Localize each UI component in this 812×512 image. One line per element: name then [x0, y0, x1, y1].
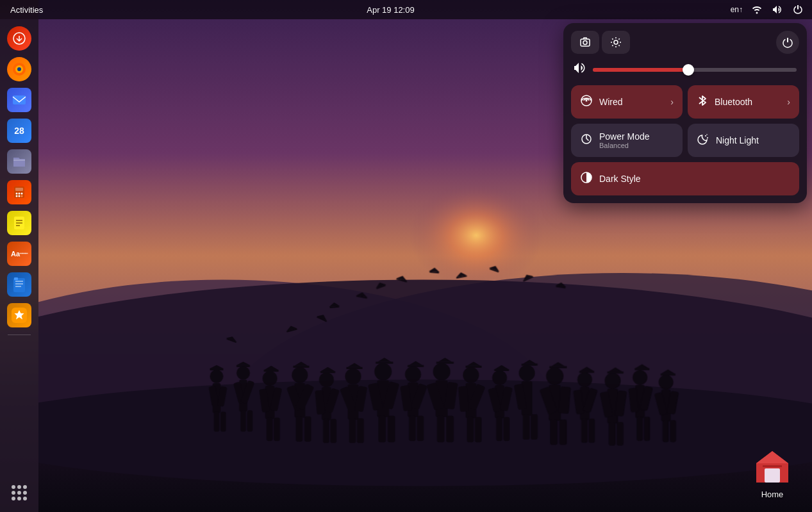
dark-style-row: Dark Style: [571, 162, 799, 195]
svg-point-199: [706, 134, 708, 135]
bluetooth-label: Bluetooth: [715, 97, 781, 107]
night-light-icon: [697, 133, 709, 149]
svg-point-193: [614, 40, 618, 44]
power-mode-icon: [580, 133, 593, 149]
grid-dots-icon: [8, 481, 31, 504]
dark-style-label: Dark Style: [599, 174, 790, 184]
power-mode-tile[interactable]: Power Mode Balanced: [571, 124, 683, 157]
svg-rect-172: [13, 95, 26, 104]
topbar-clock: Apr 19 12:09: [53, 5, 727, 15]
calendar-icon: 28: [7, 119, 31, 143]
calculator-icon: [7, 180, 31, 204]
activities-button[interactable]: Activities: [0, 5, 53, 15]
svg-point-175: [16, 193, 18, 195]
svg-rect-189: [14, 277, 18, 280]
svg-point-171: [17, 67, 21, 71]
firefox-icon: [7, 57, 31, 81]
writer-icon: [7, 272, 31, 297]
topbar-status-area: en↑: [728, 2, 812, 17]
svg-point-195: [586, 99, 588, 101]
dock-item-installer[interactable]: [5, 24, 33, 53]
wired-icon: [580, 94, 593, 110]
power-mode-label: Power Mode: [599, 131, 674, 142]
installer-icon: [7, 26, 31, 51]
svg-point-198: [707, 137, 708, 138]
wired-tile[interactable]: Wired ›: [571, 85, 683, 119]
quick-settings-panel: Wired › Bluetooth ›: [563, 23, 807, 203]
dock-item-notes[interactable]: [5, 209, 33, 237]
svg-rect-201: [765, 468, 780, 483]
svg-point-178: [16, 195, 18, 197]
dock-item-appstore[interactable]: [5, 301, 33, 329]
dock-item-files[interactable]: [5, 147, 33, 176]
svg-rect-191: [581, 39, 590, 46]
bluetooth-chevron-icon: ›: [787, 97, 790, 107]
night-light-tile[interactable]: Night Light: [688, 124, 799, 157]
dock-item-writer[interactable]: [5, 270, 33, 299]
network-indicator-icon[interactable]: [748, 2, 766, 17]
language-indicator[interactable]: en↑: [728, 5, 745, 14]
dark-style-tile-text: Dark Style: [599, 174, 790, 184]
qs-top-buttons: [571, 31, 630, 54]
mail-icon: [7, 88, 31, 112]
svg-point-180: [21, 195, 23, 197]
svg-point-176: [19, 193, 21, 195]
topbar: Activities Apr 19 12:09 en↑: [0, 0, 812, 19]
application-dock: 28: [0, 19, 38, 512]
qs-top-row: [571, 31, 799, 54]
volume-slider-thumb[interactable]: [683, 64, 694, 76]
dark-style-tile[interactable]: Dark Style: [571, 162, 799, 195]
wired-chevron-icon: ›: [670, 97, 674, 107]
night-light-tile-text: Night Light: [716, 135, 790, 145]
settings-button[interactable]: [602, 31, 630, 54]
appstore-icon: [7, 303, 31, 327]
bluetooth-icon: [697, 94, 708, 110]
dictionary-icon: Aa ━━━: [7, 242, 31, 266]
svg-point-197: [705, 135, 706, 136]
power-mode-sublabel: Balanced: [599, 142, 674, 149]
volume-indicator-icon[interactable]: [768, 2, 786, 17]
volume-icon: [574, 62, 586, 78]
date-time-display: Apr 19 12:09: [367, 5, 414, 15]
volume-row: [571, 62, 799, 78]
dock-separator: [8, 334, 31, 335]
power-button[interactable]: [776, 31, 799, 54]
volume-slider-fill: [593, 68, 688, 72]
dock-item-calculator[interactable]: [5, 178, 33, 206]
files-icon: [7, 149, 31, 174]
svg-rect-185: [13, 278, 25, 292]
dock-item-dictionary[interactable]: Aa ━━━: [5, 240, 33, 268]
svg-point-179: [19, 195, 21, 197]
svg-rect-174: [15, 188, 23, 191]
svg-point-177: [21, 193, 23, 195]
dock-item-show-apps[interactable]: [5, 479, 33, 507]
home-folder-label: Home: [761, 490, 784, 499]
power-mode-tile-text: Power Mode Balanced: [599, 131, 674, 149]
quick-settings-grid: Wired › Bluetooth ›: [571, 85, 799, 157]
night-light-label: Night Light: [716, 135, 790, 145]
dock-item-firefox[interactable]: [5, 55, 33, 83]
wired-label: Wired: [599, 97, 664, 107]
dock-item-calendar[interactable]: 28: [5, 117, 33, 145]
screenshot-button[interactable]: [571, 31, 599, 54]
notes-icon: [7, 211, 31, 235]
power-indicator-icon[interactable]: [789, 2, 807, 17]
home-folder-icon: [752, 446, 793, 487]
home-folder[interactable]: Home: [752, 446, 793, 499]
volume-slider-track[interactable]: [593, 68, 797, 72]
bluetooth-tile-text: Bluetooth: [715, 97, 781, 107]
dark-style-icon: [580, 171, 593, 187]
bluetooth-tile[interactable]: Bluetooth ›: [688, 85, 799, 119]
svg-point-192: [583, 41, 587, 45]
wired-tile-text: Wired: [599, 97, 664, 107]
dock-item-mail[interactable]: [5, 86, 33, 114]
svg-point-167: [756, 12, 758, 14]
